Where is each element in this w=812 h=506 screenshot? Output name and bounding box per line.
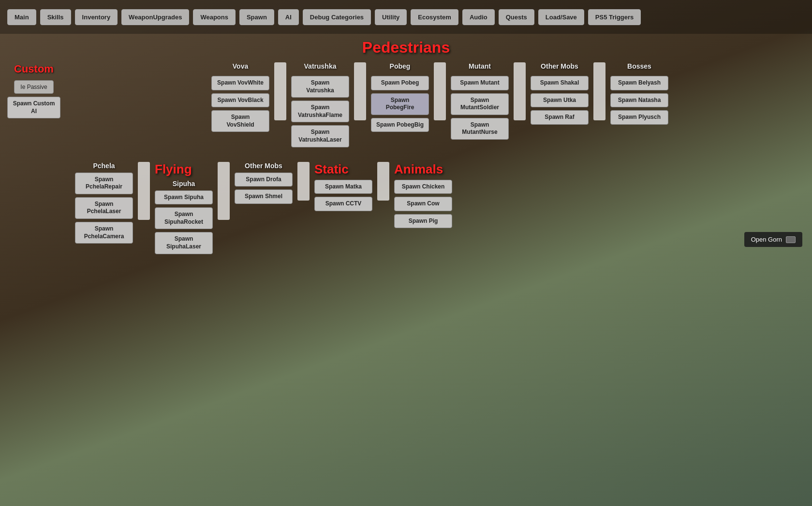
nav-btn-skills[interactable]: Skills (40, 9, 71, 25)
column-other-mobs-ped: Other Mobs Spawn Shakal Spawn Utka Spawn… (531, 62, 589, 125)
column-vatrushka: Vatrushka Spawn Vatrushka Spawn Vatrushk… (291, 62, 349, 147)
static-section: Static Spawn Matka Spawn CCTV (314, 162, 372, 211)
nav-btn-main[interactable]: Main (7, 9, 36, 25)
column-bosses: Bosses Spawn Belyash Spawn Natasha Spawn… (610, 62, 668, 125)
spawn-pobegfire-btn[interactable]: Spawn PobegFire (371, 93, 429, 115)
spawn-vatrushkaflame-btn[interactable]: Spawn VatrushkaFlame (291, 101, 349, 122)
spawn-belyash-btn[interactable]: Spawn Belyash (610, 76, 668, 90)
column-pobeg: Pobeg Spawn Pobeg Spawn PobegFire Spawn … (371, 62, 429, 132)
open-gorn-panel: Open Gorn (744, 232, 802, 247)
spawn-mutantnurse-btn[interactable]: Spawn MutantNurse (451, 118, 509, 140)
separator-9 (377, 162, 389, 201)
pchela-header: Pchela (75, 162, 133, 170)
flying-title: Flying (155, 162, 192, 176)
nav-btn-ai[interactable]: AI (278, 9, 299, 25)
left-panel: Custom Ie Passive Spawn Custom AI (7, 63, 60, 118)
ie-passive-btn[interactable]: Ie Passive (14, 80, 53, 94)
column-vova: Vova Spawn VovWhite Spawn VovBlack Spawn… (211, 62, 269, 132)
spawn-vovshield-btn[interactable]: Spawn VovShield (211, 110, 269, 132)
spawn-natasha-btn[interactable]: Spawn Natasha (610, 93, 668, 108)
open-gorn-toggle[interactable] (786, 236, 796, 243)
separator-2 (354, 62, 366, 120)
nav-btn-debug-categories[interactable]: Debug Categories (303, 9, 371, 25)
nav-btn-utility[interactable]: Utility (375, 9, 407, 25)
mutant-header: Mutant (469, 62, 491, 70)
spawn-utka-btn[interactable]: Spawn Utka (531, 93, 589, 108)
spawn-pchelacamera-btn[interactable]: Spawn PchelaCamera (75, 222, 133, 244)
spawn-sipuhalaser-btn[interactable]: Spawn SipuhaLaser (155, 232, 213, 254)
static-title: Static (314, 162, 349, 176)
separator-8 (297, 162, 310, 201)
animals-section: Animals Spawn Chicken Spawn Cow Spawn Pi… (394, 162, 452, 229)
nav-btn-inventory[interactable]: Inventory (75, 9, 118, 25)
nav-btn-weapons[interactable]: Weapons (193, 9, 236, 25)
spawn-vatrushka-btn[interactable]: Spawn Vatrushka (291, 76, 349, 98)
spawn-drofa-btn[interactable]: Spawn Drofa (235, 173, 293, 187)
nav-btn-spawn[interactable]: Spawn (239, 9, 274, 25)
separator-3 (434, 62, 446, 120)
top-navigation: MainSkillsInventoryWeaponUpgradesWeapons… (0, 0, 812, 34)
spawn-pchelalar-btn[interactable]: Spawn PchelaLaser (75, 197, 133, 219)
bosses-header: Bosses (627, 62, 651, 70)
spawn-chicken-btn[interactable]: Spawn Chicken (394, 180, 452, 194)
flying-other-mobs: Other Mobs Spawn Drofa Spawn Shmel (235, 162, 293, 204)
spawn-shakal-btn[interactable]: Spawn Shakal (531, 76, 589, 90)
spawn-pobegbig-btn[interactable]: Spawn PobegBig (371, 118, 429, 132)
spawn-vovwhite-btn[interactable]: Spawn VovWhite (211, 76, 269, 90)
spawn-cctv-btn[interactable]: Spawn CCTV (314, 197, 372, 211)
spawn-pobeg-btn[interactable]: Spawn Pobeg (371, 76, 429, 90)
sipuha-header: Sipuha (155, 180, 213, 188)
nav-btn-load/save[interactable]: Load/Save (538, 9, 584, 25)
separator-4 (514, 62, 526, 120)
vatrushka-header: Vatrushka (304, 62, 337, 70)
pobeg-header: Pobeg (390, 62, 411, 70)
spawn-matka-btn[interactable]: Spawn Matka (314, 180, 372, 194)
nav-btn-audio[interactable]: Audio (462, 9, 495, 25)
nav-btn-weaponupgrades[interactable]: WeaponUpgrades (121, 9, 189, 25)
separator-5 (593, 62, 605, 120)
animals-title: Animals (394, 162, 443, 176)
main-content: Pedestrians Vova Spawn VovWhite Spawn Vo… (0, 34, 812, 506)
spawn-raf-btn[interactable]: Spawn Raf (531, 110, 589, 125)
flying-section: Flying Sipuha Spawn Sipuha Spawn SipuhaR… (155, 162, 213, 254)
spawn-custom-ai-btn[interactable]: Spawn Custom AI (7, 97, 60, 118)
spawn-cow-btn[interactable]: Spawn Cow (394, 197, 452, 211)
pchela-section: Pchela Spawn PchelaRepair Spawn PchelaLa… (75, 162, 133, 244)
separator-6 (138, 162, 150, 220)
custom-label: Custom (14, 63, 54, 75)
separator-1 (274, 62, 286, 120)
open-gorn-label: Open Gorn (751, 236, 782, 243)
nav-btn-ecosystem[interactable]: Ecosystem (411, 9, 458, 25)
pedestrians-title: Pedestrians (362, 39, 450, 56)
separator-7 (218, 162, 230, 220)
flying-other-mobs-header: Other Mobs (235, 162, 293, 170)
spawn-plyusch-btn[interactable]: Spawn Plyusch (610, 110, 668, 125)
nav-btn-ps5-triggers[interactable]: PS5 Triggers (588, 9, 641, 25)
spawn-pig-btn[interactable]: Spawn Pig (394, 214, 452, 229)
vova-header: Vova (233, 62, 248, 70)
spawn-shmel-btn[interactable]: Spawn Shmel (235, 189, 293, 204)
other-mobs-ped-header: Other Mobs (541, 62, 578, 70)
spawn-sipuha-btn[interactable]: Spawn Sipuha (155, 190, 213, 205)
column-mutant: Mutant Spawn Mutant Spawn MutantSoldier … (451, 62, 509, 140)
nav-btn-quests[interactable]: Quests (499, 9, 534, 25)
spawn-pchelarepair-btn[interactable]: Spawn PchelaRepair (75, 173, 133, 194)
spawn-sipuharocket-btn[interactable]: Spawn SipuhaRocket (155, 207, 213, 229)
spawn-vovblack-btn[interactable]: Spawn VovBlack (211, 93, 269, 108)
spawn-vatrushkalaser-btn[interactable]: Spawn VatrushkaLaser (291, 125, 349, 147)
spawn-mutant-btn[interactable]: Spawn Mutant (451, 76, 509, 90)
spawn-mutantsoldier-btn[interactable]: Spawn MutantSoldier (451, 93, 509, 115)
